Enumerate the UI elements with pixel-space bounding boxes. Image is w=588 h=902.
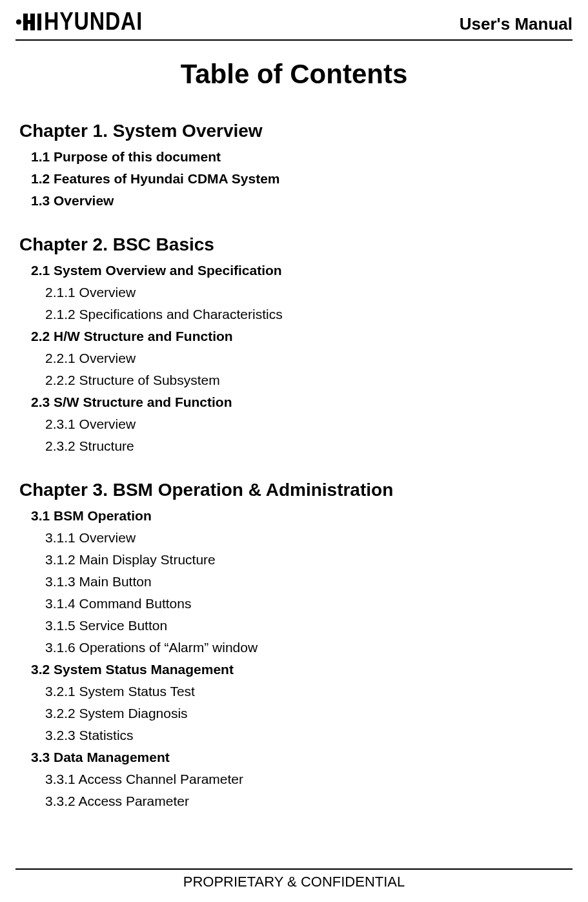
toc-section: 3.2 System Status Management: [31, 662, 569, 677]
toc-section: 3.3 Data Management: [31, 750, 569, 765]
toc-subsection: 3.1.2 Main Display Structure: [45, 552, 569, 568]
toc-section: 2.1 System Overview and Specification: [31, 263, 569, 278]
toc-section: 3.1 BSM Operation: [31, 508, 569, 524]
toc-content: Chapter 1. System Overview 1.1 Purpose o…: [15, 121, 573, 809]
chapter-block: Chapter 3. BSM Operation & Administratio…: [19, 480, 569, 809]
toc-subsection: 3.1.5 Service Button: [45, 618, 569, 633]
document-label: User's Manual: [460, 14, 573, 36]
svg-point-0: [16, 19, 21, 25]
toc-subsection: 3.2.2 System Diagnosis: [45, 706, 569, 721]
toc-subsection: 2.1.2 Specifications and Characteristics: [45, 307, 569, 322]
toc-subsection: 2.3.1 Overview: [45, 416, 569, 432]
toc-subsection: 3.2.3 Statistics: [45, 728, 569, 743]
brand-name: HYUNDAI: [44, 8, 143, 36]
toc-subsection: 2.1.1 Overview: [45, 285, 569, 300]
page-footer: PROPRIETARY & CONFIDENTIAL: [15, 868, 573, 890]
chapter-title: Chapter 3. BSM Operation & Administratio…: [19, 480, 569, 500]
logo-mark-icon: [15, 11, 43, 33]
chapter-title: Chapter 1. System Overview: [19, 121, 569, 141]
toc-subsection: 3.1.6 Operations of “Alarm” window: [45, 640, 569, 655]
toc-subsection: 2.2.1 Overview: [45, 351, 569, 366]
spacer: [19, 460, 569, 480]
toc-subsection: 2.2.2 Structure of Subsystem: [45, 373, 569, 388]
chapter-block: Chapter 2. BSC Basics 2.1 System Overvie…: [19, 234, 569, 454]
chapter-block: Chapter 1. System Overview 1.1 Purpose o…: [19, 121, 569, 209]
spacer: [19, 215, 569, 234]
toc-section: 2.3 S/W Structure and Function: [31, 395, 569, 410]
toc-subsection: 2.3.2 Structure: [45, 438, 569, 454]
svg-rect-3: [25, 20, 34, 24]
toc-section: 1.2 Features of Hyundai CDMA System: [31, 171, 569, 187]
svg-rect-4: [37, 14, 41, 30]
page-title: Table of Contents: [15, 59, 573, 90]
toc-subsection: 3.3.2 Access Parameter: [45, 794, 569, 809]
page-header: HYUNDAI User's Manual: [15, 0, 573, 41]
toc-section: 1.1 Purpose of this document: [31, 149, 569, 165]
toc-section: 2.2 H/W Structure and Function: [31, 329, 569, 344]
toc-subsection: 3.1.4 Command Buttons: [45, 596, 569, 611]
toc-subsection: 3.1.3 Main Button: [45, 574, 569, 589]
chapter-title: Chapter 2. BSC Basics: [19, 234, 569, 255]
brand-logo: HYUNDAI: [15, 8, 160, 36]
toc-subsection: 3.2.1 System Status Test: [45, 684, 569, 699]
toc-subsection: 3.3.1 Access Channel Parameter: [45, 772, 569, 787]
toc-section: 1.3 Overview: [31, 193, 569, 209]
toc-subsection: 3.1.1 Overview: [45, 530, 569, 546]
